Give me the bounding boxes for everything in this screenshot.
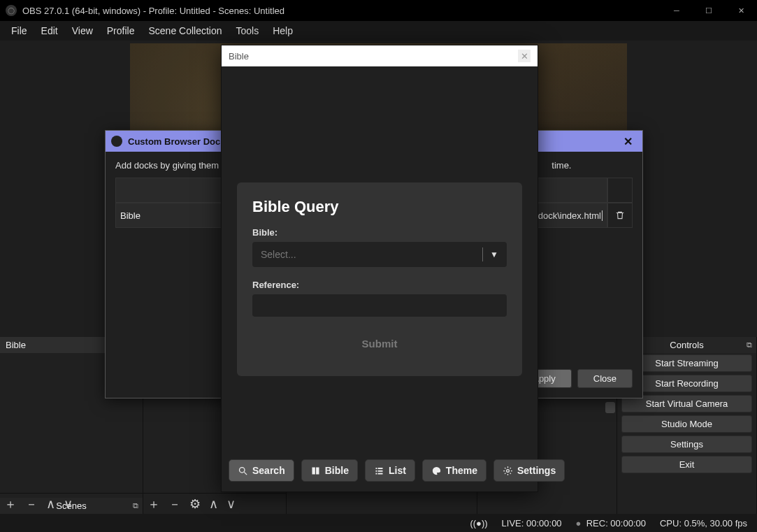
dock-title: Bible	[229, 51, 249, 62]
menu-scene-collection[interactable]: Scene Collection	[141, 22, 229, 39]
bible-select-label: Bible:	[252, 227, 507, 238]
tab-settings[interactable]: Settings	[493, 459, 565, 482]
card-title: Bible Query	[252, 198, 507, 216]
move-up-icon[interactable]: ∧	[209, 496, 218, 512]
submit-button[interactable]: Submit	[252, 331, 507, 357]
close-button[interactable]: Close	[577, 369, 633, 388]
dock-titlebar[interactable]: Bible ✕	[222, 45, 538, 66]
bible-dock-window: Bible ✕ Bible Query Bible: Select... ▼ R…	[221, 45, 538, 492]
dock-delete-header-cell	[607, 178, 633, 203]
svg-point-0	[240, 467, 245, 473]
broadcast-icon: ((●))	[470, 518, 487, 529]
dock-delete-button[interactable]	[607, 203, 633, 228]
exit-button[interactable]: Exit	[621, 456, 752, 473]
svg-rect-3	[378, 468, 383, 469]
remove-icon[interactable]: －	[25, 496, 38, 512]
status-rec: REC: 00:00:00	[586, 518, 646, 529]
obs-logo-icon	[111, 136, 122, 147]
rec-icon: ●	[576, 518, 582, 529]
gear-icon	[503, 466, 513, 476]
svg-line-1	[244, 472, 247, 475]
reference-input[interactable]	[252, 294, 507, 317]
obs-logo-icon: ◯	[6, 5, 17, 16]
list-icon	[374, 466, 384, 476]
menu-profile[interactable]: Profile	[100, 22, 142, 39]
svg-rect-7	[378, 473, 383, 474]
remove-icon[interactable]: －	[168, 496, 181, 512]
trash-icon	[615, 210, 625, 220]
settings-button[interactable]: Settings	[621, 436, 752, 453]
studio-mode-button[interactable]: Studio Mode	[621, 415, 752, 433]
add-icon[interactable]: ＋	[147, 496, 160, 512]
sources-toolbar: ＋ － ⚙ ∧ ∨	[143, 493, 287, 514]
menu-bar: File Edit View Profile Scene Collection …	[0, 21, 757, 41]
bible-select[interactable]: Select... ▼	[252, 242, 507, 267]
menu-view[interactable]: View	[65, 22, 100, 39]
bible-query-card: Bible Query Bible: Select... ▼ Reference…	[237, 182, 522, 376]
popout-icon[interactable]: ⧉	[747, 340, 752, 350]
svg-rect-6	[375, 473, 377, 474]
select-placeholder: Select...	[261, 249, 475, 260]
status-bar: ((●)) LIVE: 00:00:00 ● REC: 00:00:00 CPU…	[0, 514, 757, 532]
move-down-icon[interactable]: ∨	[64, 496, 73, 512]
status-live: LIVE: 00:00:00	[502, 518, 562, 529]
move-up-icon[interactable]: ∧	[46, 496, 55, 512]
tab-bible[interactable]: Bible	[301, 459, 358, 482]
tab-search[interactable]: Search	[229, 459, 294, 482]
window-buttons: ─ ☐ ✕	[661, 0, 757, 21]
svg-rect-5	[378, 470, 383, 471]
svg-rect-4	[375, 470, 377, 471]
menu-tools[interactable]: Tools	[229, 22, 266, 39]
minimize-button[interactable]: ─	[661, 0, 693, 21]
close-icon[interactable]: ✕	[518, 50, 531, 62]
tab-list[interactable]: List	[365, 459, 415, 482]
svg-rect-2	[375, 468, 377, 469]
scenes-toolbar: ＋ － ∧ ∨	[0, 493, 143, 514]
window-titlebar: ◯ OBS 27.0.1 (64-bit, windows) - Profile…	[0, 0, 757, 21]
tab-theme[interactable]: Theme	[422, 459, 486, 482]
chevron-down-icon: ▼	[490, 250, 498, 259]
book-icon	[310, 466, 321, 476]
close-icon[interactable]: ✕	[619, 135, 637, 148]
move-down-icon[interactable]: ∨	[226, 496, 236, 512]
menu-file[interactable]: File	[4, 22, 34, 39]
search-icon	[238, 466, 248, 476]
menu-help[interactable]: Help	[266, 22, 300, 39]
properties-icon[interactable]: ⚙	[189, 496, 201, 512]
window-title: OBS 27.0.1 (64-bit, windows) - Profile: …	[22, 6, 284, 16]
maximize-button[interactable]: ☐	[693, 0, 725, 21]
close-button[interactable]: ✕	[725, 0, 757, 21]
palette-icon	[431, 466, 442, 476]
menu-edit[interactable]: Edit	[34, 22, 65, 39]
svg-point-8	[507, 469, 510, 472]
dialog-title: Custom Browser Docks	[128, 136, 231, 147]
scrollbar-thumb[interactable]	[605, 402, 615, 413]
status-cpu: CPU: 0.5%, 30.00 fps	[660, 518, 747, 529]
reference-label: Reference:	[252, 280, 507, 290]
add-icon[interactable]: ＋	[4, 496, 17, 512]
dock-tabbar: Search Bible List Theme Settings	[222, 459, 538, 491]
